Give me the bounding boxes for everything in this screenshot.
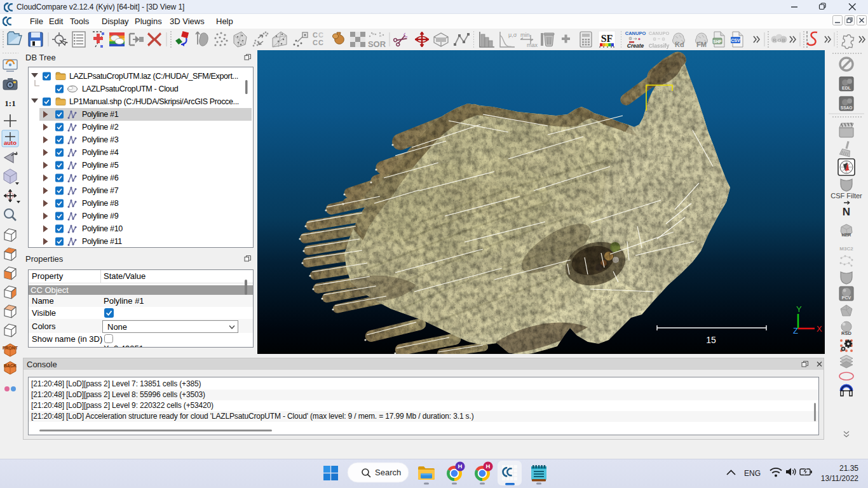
svg-text:Y: Y [796,304,802,314]
svg-text:SSAO: SSAO [841,105,852,110]
svg-text:auto: auto [4,139,17,146]
svg-text:CSV: CSV [731,38,740,43]
svg-text:R: R [773,37,776,43]
svg-text:⚙: ⚙ [661,37,665,41]
svg-text:SF: SF [601,33,613,44]
svg-text:Classify: Classify [649,43,670,49]
svg-text:G: G [778,37,782,43]
svg-text:PCV: PCV [842,295,851,300]
svg-text:H: H [458,463,463,470]
svg-text:⚙: ⚙ [628,36,632,41]
svg-text:Create: Create [627,43,644,49]
svg-text:SOR: SOR [368,39,386,49]
svg-text:13/11/2022: 13/11/2022 [821,474,858,483]
svg-text:μ,σ: μ,σ [508,32,517,38]
svg-text:Kd: Kd [675,41,684,48]
svg-text:FM: FM [696,41,707,48]
svg-text:BACK: BACK [4,363,17,368]
svg-text:max: max [527,42,538,48]
svg-text:C: C [313,31,318,39]
svg-text:X: X [817,324,822,334]
svg-text:EDL: EDL [842,86,851,90]
svg-text:CSF Filter: CSF Filter [831,192,862,200]
svg-text:ENG: ENG [744,469,761,478]
svg-text:M3C2: M3C2 [839,246,853,252]
svg-text:C: C [318,31,323,39]
svg-text:B: B [782,37,786,43]
svg-text:⚙: ⚙ [653,37,656,41]
svg-text:H: H [486,463,491,470]
svg-text:C: C [318,39,323,46]
svg-text:CANUPO: CANUPO [625,30,646,36]
svg-text:✦: ✦ [637,37,641,41]
svg-text:Search: Search [375,468,401,477]
svg-text:21.35: 21.35 [839,464,858,473]
svg-text:FRONT: FRONT [3,346,18,350]
svg-text:CANUPO: CANUPO [649,30,670,36]
svg-text:1:1: 1:1 [4,98,15,108]
svg-text:RSD: RSD [841,330,851,336]
svg-text:N: N [843,206,850,218]
svg-text:C: C [313,39,318,46]
svg-text:min: min [520,32,530,38]
svg-text:HPR: HPR [842,233,851,237]
svg-text:SHP: SHP [713,39,722,44]
svg-text:15: 15 [706,335,716,345]
